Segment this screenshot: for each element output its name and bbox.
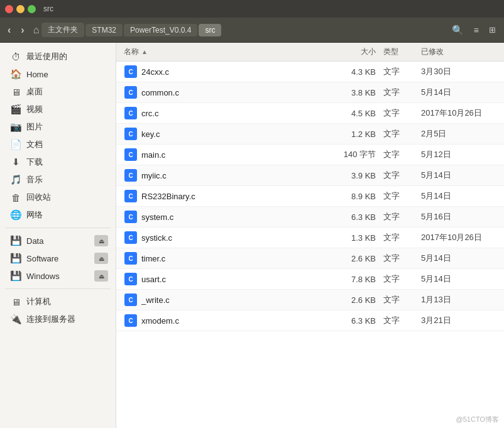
sidebar-item-data-left: 💾 Data: [10, 235, 43, 246]
c-file-icon: C: [124, 294, 137, 306]
breadcrumb-src[interactable]: src: [199, 24, 221, 36]
home-icon: 🏠: [10, 69, 21, 80]
sidebar-item-desktop[interactable]: 🖥 桌面: [3, 83, 113, 101]
sidebar-item-windows[interactable]: 💾 Windows ⏏: [3, 267, 113, 285]
sort-arrow-icon: ▲: [141, 48, 148, 55]
sidebar-item-connect-server[interactable]: 🔌 连接到服务器: [3, 310, 113, 328]
header-modified[interactable]: 已修改: [421, 47, 496, 57]
file-name: myiic.c: [141, 171, 333, 180]
file-type: 文字: [383, 170, 421, 181]
sidebar-label-documents: 文档: [26, 139, 43, 150]
sidebar-item-trash[interactable]: 🗑 回收站: [3, 189, 113, 206]
file-row[interactable]: C crc.c 4.5 KB 文字 2017年10月26日: [116, 103, 504, 124]
c-file-icon: C: [124, 190, 137, 202]
sidebar-item-videos[interactable]: 🎬 视频: [3, 101, 113, 118]
breadcrumb-stm32[interactable]: STM32: [85, 24, 123, 36]
file-type: 文字: [383, 273, 421, 285]
c-file-icon: C: [124, 65, 137, 78]
file-modified: 5月12日: [421, 149, 496, 160]
header-size[interactable]: 大小: [333, 47, 383, 57]
minimize-button[interactable]: [16, 5, 25, 13]
maximize-button[interactable]: [28, 5, 36, 13]
sidebar-label-connect-server: 连接到服务器: [26, 314, 75, 325]
file-row[interactable]: C 24cxx.c 4.3 KB 文字 3月30日: [116, 62, 504, 82]
file-modified: 1月13日: [421, 294, 496, 305]
file-icon: C: [124, 251, 138, 265]
file-row[interactable]: C systick.c 1.3 KB 文字 2017年10月26日: [116, 228, 504, 248]
file-type: 文字: [383, 211, 421, 222]
file-type: 文字: [383, 294, 421, 305]
sidebar-item-home[interactable]: 🏠 Home: [3, 65, 113, 83]
file-row[interactable]: C key.c 1.2 KB 文字 2月5日: [116, 124, 504, 145]
file-modified: 2017年10月26日: [421, 232, 496, 243]
file-size: 8.9 KB: [333, 192, 383, 201]
computer-icon: 🖥: [10, 297, 21, 307]
file-rows-container: C 24cxx.c 4.3 KB 文字 3月30日 C common.c 3.8…: [116, 62, 504, 331]
file-type: 文字: [383, 128, 421, 140]
file-size: 3.8 KB: [333, 88, 383, 97]
breadcrumb-powertest[interactable]: PowerTest_V0.0.4: [124, 24, 197, 36]
window-controls: [5, 5, 36, 13]
file-row[interactable]: C main.c 140 字节 文字 5月12日: [116, 145, 504, 165]
file-name: crc.c: [141, 109, 333, 118]
sidebar-item-computer[interactable]: 🖥 计算机: [3, 293, 113, 310]
close-button[interactable]: [5, 5, 13, 13]
sidebar-item-software[interactable]: 💾 Software ⏏: [3, 250, 113, 267]
file-row[interactable]: C system.c 6.3 KB 文字 5月16日: [116, 207, 504, 228]
search-button[interactable]: 🔍: [447, 22, 468, 38]
file-name: key.c: [141, 129, 333, 139]
file-modified: 5月16日: [421, 211, 496, 222]
file-size: 3.9 KB: [333, 171, 383, 180]
sidebar-item-data[interactable]: 💾 Data ⏏: [3, 232, 113, 250]
file-name: main.c: [141, 150, 333, 160]
back-button[interactable]: ‹: [4, 22, 14, 38]
file-type: 文字: [383, 149, 421, 160]
sidebar-item-documents[interactable]: 📄 文档: [3, 136, 113, 153]
file-modified: 5月14日: [421, 190, 496, 202]
eject-data-button[interactable]: ⏏: [94, 235, 108, 246]
home-icon: ⌂: [33, 25, 40, 36]
sidebar-label-data: Data: [26, 236, 43, 246]
music-icon: 🎵: [10, 174, 21, 185]
file-name: xmodem.c: [141, 316, 333, 326]
file-row[interactable]: C timer.c 2.6 KB 文字 5月14日: [116, 248, 504, 269]
file-row[interactable]: C common.c 3.8 KB 文字 5月14日: [116, 82, 504, 103]
file-icon: C: [124, 85, 138, 99]
forward-button[interactable]: ›: [17, 22, 28, 38]
sidebar-label-recent: 最近使用的: [26, 51, 67, 62]
eject-windows-button[interactable]: ⏏: [94, 270, 108, 282]
recent-icon: ⏱: [10, 52, 21, 62]
header-name[interactable]: 名称 ▲: [124, 47, 333, 57]
sidebar-divider-2: [5, 288, 111, 289]
file-row[interactable]: C usart.c 7.8 KB 文字 5月14日: [116, 269, 504, 290]
file-icon: C: [124, 272, 138, 286]
file-row[interactable]: C myiic.c 3.9 KB 文字 5月14日: [116, 165, 504, 186]
c-file-icon: C: [124, 314, 137, 327]
eject-software-button[interactable]: ⏏: [94, 253, 108, 264]
sidebar-item-pictures[interactable]: 📷 图片: [3, 118, 113, 136]
sidebar-item-recent[interactable]: ⏱ 最近使用的: [3, 48, 113, 65]
videos-icon: 🎬: [10, 104, 21, 115]
windows-drive-icon: 💾: [10, 270, 21, 282]
file-modified: 3月30日: [421, 66, 496, 77]
file-row[interactable]: C xmodem.c 6.3 KB 文字 3月21日: [116, 310, 504, 331]
file-modified: 2月5日: [421, 128, 496, 140]
sidebar-label-pictures: 图片: [26, 121, 43, 133]
breadcrumb-home[interactable]: 主文件夹: [41, 23, 84, 37]
grid-view-button[interactable]: ⊞: [485, 22, 500, 38]
pictures-icon: 📷: [10, 121, 21, 133]
file-row[interactable]: C RS232Binary.c 8.9 KB 文字 5月14日: [116, 186, 504, 207]
sidebar-item-downloads[interactable]: ⬇ 下载: [3, 153, 113, 171]
file-icon: C: [124, 314, 138, 327]
header-type[interactable]: 类型: [383, 47, 421, 57]
file-size: 2.6 KB: [333, 295, 383, 305]
sidebar-item-music[interactable]: 🎵 音乐: [3, 171, 113, 189]
file-type: 文字: [383, 107, 421, 119]
file-icon: C: [124, 148, 138, 162]
sidebar-item-network[interactable]: 🌐 网络: [3, 206, 113, 224]
file-size: 4.3 KB: [333, 67, 383, 77]
toolbar-right: 🔍 ≡ ⊞: [447, 22, 500, 38]
list-view-button[interactable]: ≡: [469, 22, 483, 38]
documents-icon: 📄: [10, 139, 21, 150]
file-row[interactable]: C _write.c 2.6 KB 文字 1月13日: [116, 290, 504, 310]
